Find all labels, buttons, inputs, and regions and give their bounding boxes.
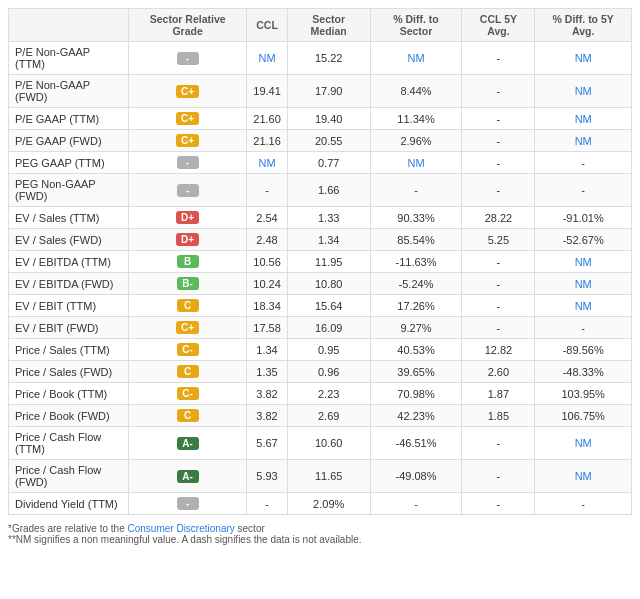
sector-median-cell: 10.80 xyxy=(287,273,370,295)
metric-label: Price / Book (TTM) xyxy=(9,383,129,405)
sector-median-cell: 2.69 xyxy=(287,405,370,427)
metric-label: Price / Cash Flow (TTM) xyxy=(9,427,129,460)
grade-cell: D+ xyxy=(129,207,247,229)
grade-cell: A- xyxy=(129,460,247,493)
table-row: EV / Sales (FWD) D+ 2.48 1.34 85.54% 5.2… xyxy=(9,229,632,251)
footnote-sector-suffix: sector xyxy=(235,523,265,534)
sector-median-cell: 15.22 xyxy=(287,42,370,75)
grade-cell: - xyxy=(129,42,247,75)
nm-value: NM xyxy=(575,85,592,97)
cell-value: -48.33% xyxy=(563,366,604,378)
ccl-5y-cell: - xyxy=(462,493,535,515)
diff-sector-cell: -49.08% xyxy=(370,460,462,493)
cell-value: 1.34 xyxy=(256,344,277,356)
col-ccl-header: CCL xyxy=(247,9,288,42)
grade-badge: C- xyxy=(177,343,199,356)
ccl-5y-cell: - xyxy=(462,42,535,75)
grade-badge: C+ xyxy=(176,85,199,98)
ccl-5y-cell: - xyxy=(462,152,535,174)
diff-5y-cell: NM xyxy=(535,75,632,108)
ccl-5y-cell: 1.85 xyxy=(462,405,535,427)
grade-cell: C xyxy=(129,405,247,427)
table-row: Price / Cash Flow (TTM) A- 5.67 10.60 -4… xyxy=(9,427,632,460)
ccl-cell: 10.56 xyxy=(247,251,288,273)
footnote-sector-link[interactable]: Consumer Discretionary xyxy=(128,523,235,534)
diff-sector-cell: NM xyxy=(370,42,462,75)
table-row: Dividend Yield (TTM) - - 2.09% - - - xyxy=(9,493,632,515)
ccl-5y-cell: - xyxy=(462,295,535,317)
cell-value: 39.65% xyxy=(397,366,434,378)
nm-value: NM xyxy=(258,157,275,169)
diff-sector-cell: 11.34% xyxy=(370,108,462,130)
ccl-5y-cell: - xyxy=(462,460,535,493)
grade-badge: - xyxy=(177,156,199,169)
cell-value: 18.34 xyxy=(253,300,281,312)
cell-value: - xyxy=(581,322,585,334)
grade-cell: - xyxy=(129,152,247,174)
ccl-5y-cell: 1.87 xyxy=(462,383,535,405)
diff-5y-cell: NM xyxy=(535,108,632,130)
cell-value: - xyxy=(265,184,269,196)
nm-value: NM xyxy=(575,300,592,312)
cell-value: 8.44% xyxy=(400,85,431,97)
diff-5y-cell: -91.01% xyxy=(535,207,632,229)
table-row: P/E Non-GAAP (TTM) - NM 15.22 NM - NM xyxy=(9,42,632,75)
table-row: P/E GAAP (FWD) C+ 21.16 20.55 2.96% - NM xyxy=(9,130,632,152)
metric-label: EV / Sales (TTM) xyxy=(9,207,129,229)
ccl-5y-cell: - xyxy=(462,273,535,295)
ccl-cell: 1.35 xyxy=(247,361,288,383)
nm-value: NM xyxy=(258,52,275,64)
grade-cell: - xyxy=(129,493,247,515)
metric-label: PEG Non-GAAP (FWD) xyxy=(9,174,129,207)
metric-label: P/E GAAP (TTM) xyxy=(9,108,129,130)
table-row: P/E Non-GAAP (FWD) C+ 19.41 17.90 8.44% … xyxy=(9,75,632,108)
sector-median-cell: 2.09% xyxy=(287,493,370,515)
grade-cell: D+ xyxy=(129,229,247,251)
sector-median-cell: 19.40 xyxy=(287,108,370,130)
diff-5y-cell: NM xyxy=(535,273,632,295)
cell-value: -5.24% xyxy=(399,278,434,290)
diff-sector-cell: 90.33% xyxy=(370,207,462,229)
sector-median-cell: 1.34 xyxy=(287,229,370,251)
grade-badge: C xyxy=(177,409,199,422)
grade-badge: B- xyxy=(177,277,199,290)
cell-value: 17.58 xyxy=(253,322,281,334)
ccl-cell: 5.67 xyxy=(247,427,288,460)
ccl-cell: 21.16 xyxy=(247,130,288,152)
cell-value: 10.24 xyxy=(253,278,281,290)
diff-sector-cell: 40.53% xyxy=(370,339,462,361)
ccl-cell: - xyxy=(247,493,288,515)
diff-5y-cell: - xyxy=(535,493,632,515)
grade-badge: C+ xyxy=(176,321,199,334)
cell-value: -52.67% xyxy=(563,234,604,246)
ccl-5y-cell: - xyxy=(462,317,535,339)
sector-median-cell: 1.33 xyxy=(287,207,370,229)
grade-cell: C- xyxy=(129,339,247,361)
cell-value: 5.67 xyxy=(256,437,277,449)
grade-cell: C+ xyxy=(129,75,247,108)
sector-median-cell: 0.77 xyxy=(287,152,370,174)
grade-badge: D+ xyxy=(176,211,199,224)
cell-value: - xyxy=(414,184,418,196)
metric-label: EV / Sales (FWD) xyxy=(9,229,129,251)
cell-value: 42.23% xyxy=(397,410,434,422)
metric-label: PEG GAAP (TTM) xyxy=(9,152,129,174)
grade-badge: A- xyxy=(177,437,199,450)
sector-median-cell: 11.65 xyxy=(287,460,370,493)
grade-badge: A- xyxy=(177,470,199,483)
diff-sector-cell: 70.98% xyxy=(370,383,462,405)
table-row: PEG GAAP (TTM) - NM 0.77 NM - - xyxy=(9,152,632,174)
cell-value: 90.33% xyxy=(397,212,434,224)
col-metric-header xyxy=(9,9,129,42)
grade-badge: C xyxy=(177,365,199,378)
table-row: EV / EBIT (TTM) C 18.34 15.64 17.26% - N… xyxy=(9,295,632,317)
diff-5y-cell: NM xyxy=(535,295,632,317)
diff-5y-cell: - xyxy=(535,317,632,339)
cell-value: - xyxy=(581,157,585,169)
cell-value: 10.56 xyxy=(253,256,281,268)
grade-badge: C+ xyxy=(176,112,199,125)
nm-value: NM xyxy=(575,437,592,449)
metric-label: P/E Non-GAAP (TTM) xyxy=(9,42,129,75)
table-row: Price / Sales (FWD) C 1.35 0.96 39.65% 2… xyxy=(9,361,632,383)
cell-value: - xyxy=(265,498,269,510)
